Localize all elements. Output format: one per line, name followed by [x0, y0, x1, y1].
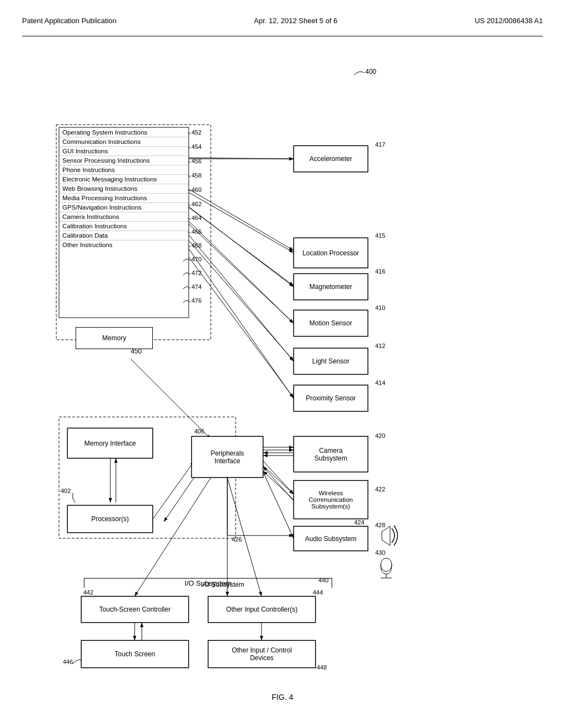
- instr-2: GUI Instructions: [60, 147, 188, 156]
- svg-text:458: 458: [191, 172, 201, 179]
- svg-text:466: 466: [191, 228, 201, 235]
- proximity-sensor-box: Proximity Sensor: [294, 385, 368, 411]
- svg-text:462: 462: [191, 201, 201, 207]
- svg-line-10: [189, 257, 294, 398]
- svg-line-11: [131, 359, 211, 439]
- memory-box: Memory: [76, 327, 153, 349]
- svg-text:476: 476: [191, 297, 201, 304]
- svg-point-29: [381, 558, 392, 571]
- ref-416: 416: [375, 268, 385, 275]
- diagram-container: 400 450: [23, 53, 542, 682]
- accelerometer-box: Accelerometer: [294, 146, 368, 172]
- light-sensor-box: Light Sensor: [294, 348, 368, 374]
- header-center: Apr. 12, 2012 Sheet 5 of 6: [254, 17, 337, 25]
- wireless-comm-box: Wireless Communication Subsystem(s): [294, 480, 368, 519]
- ref-430: 430: [375, 549, 385, 556]
- ref-424: 424: [354, 519, 364, 526]
- magnetometer-box: Magnetometer: [294, 274, 368, 300]
- svg-text:460: 460: [191, 186, 201, 193]
- instr-11: Calibration Data: [60, 231, 188, 240]
- svg-line-62: [189, 221, 294, 323]
- svg-line-68: [263, 467, 294, 501]
- touch-screen-box: Touch Screen: [81, 640, 189, 668]
- memory-interface-box: Memory Interface: [67, 428, 153, 458]
- instr-12: Other Instructions: [60, 240, 188, 249]
- svg-line-63: [189, 235, 294, 361]
- svg-line-61: [189, 207, 294, 287]
- svg-line-17: [153, 461, 194, 519]
- ref-414: 414: [375, 379, 385, 386]
- instr-0: Operating System Instructions: [60, 128, 188, 137]
- page-header: Patent Application Publication Apr. 12, …: [22, 11, 543, 36]
- processor-box: Processor(s): [67, 505, 153, 533]
- camera-subsystem-box: Camera Subsystem: [294, 436, 368, 472]
- svg-text:468: 468: [191, 242, 201, 249]
- ref-400-label: 400: [365, 68, 376, 76]
- ref-406: 406: [194, 428, 204, 435]
- svg-text:474: 474: [191, 283, 201, 290]
- ref-442: 442: [83, 589, 93, 596]
- audio-subsystem-box: Audio Subsystem: [294, 526, 368, 551]
- instr-3: Sensor Processing Instructions: [60, 156, 188, 165]
- instructions-list: Operating System Instructions Communicat…: [60, 128, 188, 249]
- instr-5: Electronic Messaging Instructions: [60, 175, 188, 184]
- ref-448: 448: [317, 664, 327, 671]
- svg-text:456: 456: [191, 158, 201, 164]
- touch-screen-controller-box: Touch-Screen Controller: [81, 596, 189, 623]
- instr-8: GPS/Navigation Instructions: [60, 203, 188, 212]
- fig-label: FIG. 4: [22, 693, 543, 702]
- svg-line-22: [263, 465, 294, 494]
- ref-426: 426: [232, 536, 242, 543]
- ref-417: 417: [375, 141, 385, 148]
- ref-412: 412: [375, 342, 385, 349]
- ref-422: 422: [375, 486, 385, 493]
- svg-line-24: [263, 472, 294, 538]
- svg-text:454: 454: [191, 143, 201, 150]
- instr-4: Phone Instructions: [60, 165, 188, 175]
- svg-line-6: [189, 189, 294, 250]
- header-right: US 2012/0086438 A1: [475, 17, 543, 25]
- instr-1: Communication Instructions: [60, 137, 188, 147]
- ref-410: 410: [375, 304, 385, 311]
- svg-line-60: [189, 192, 294, 253]
- other-input-devices-box: Other Input / Control Devices: [208, 640, 316, 668]
- instr-7: Media Processing Instructions: [60, 194, 188, 203]
- svg-text:452: 452: [191, 129, 201, 136]
- instr-9: Camera Instructions: [60, 212, 188, 222]
- svg-line-64: [189, 249, 294, 398]
- instr-10: Calibration Instructions: [60, 222, 188, 231]
- svg-text:472: 472: [191, 270, 201, 276]
- ref-428: 428: [375, 522, 385, 528]
- other-input-controller-box: Other Input Controller(s): [208, 596, 316, 623]
- motion-sensor-box: Motion Sensor: [294, 310, 368, 336]
- ref-444: 444: [313, 589, 323, 596]
- svg-marker-28: [382, 526, 390, 545]
- instr-6: Web Browsing Instructions: [60, 184, 188, 194]
- svg-text:470: 470: [191, 256, 201, 263]
- ref-402: 402: [61, 488, 71, 494]
- location-processor-box: Location Processor: [294, 238, 368, 268]
- io-subsystem-area: I/O Subsystem: [84, 578, 332, 588]
- ref-420: 420: [375, 432, 385, 439]
- svg-line-8: [189, 224, 294, 323]
- ref-446: 446: [63, 659, 73, 665]
- header-left: Patent Application Publication: [22, 17, 116, 25]
- peripherals-box: Peripherals Interface: [191, 436, 263, 478]
- ref-415: 415: [375, 232, 385, 239]
- page: Patent Application Publication Apr. 12, …: [0, 0, 565, 728]
- svg-line-67: [263, 461, 294, 494]
